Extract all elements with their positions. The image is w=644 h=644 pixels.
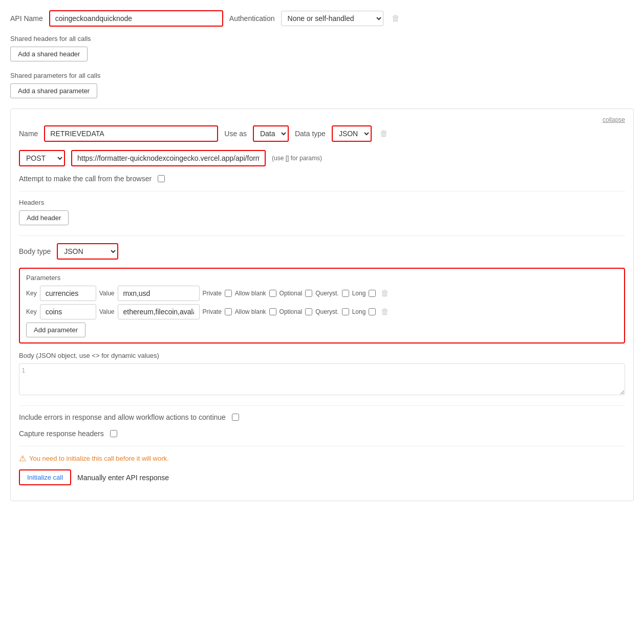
param1-querystring-checkbox[interactable] — [342, 290, 349, 297]
param2-long-label: Long — [352, 308, 366, 315]
param1-allow-blank-checkbox[interactable] — [269, 290, 276, 297]
body-label: Body (JSON object, use <> for dynamic va… — [19, 352, 625, 359]
param2-optional-checkbox[interactable] — [305, 308, 312, 315]
param1-private-label: Private — [203, 290, 222, 297]
method-select[interactable]: POST — [19, 150, 65, 166]
param2-querystring-checkbox[interactable] — [342, 308, 349, 315]
include-errors-row: Include errors in response and allow wor… — [19, 413, 625, 421]
body-type-label: Body type — [19, 247, 51, 255]
initialize-row: Initialize call Manually enter API respo… — [19, 469, 625, 485]
headers-label: Headers — [19, 199, 625, 206]
param2-value-label: Value — [99, 308, 115, 315]
param1-allow-blank-label: Allow blank — [235, 290, 266, 297]
param1-optional-label: Optional — [280, 290, 303, 297]
method-url-row: POST (use [] for params) — [19, 150, 625, 166]
shared-headers-title: Shared headers for all calls — [10, 35, 634, 42]
param2-allow-blank-checkbox[interactable] — [269, 308, 276, 315]
add-header-button[interactable]: Add header — [19, 210, 69, 225]
capture-headers-checkbox[interactable] — [110, 430, 117, 437]
capture-headers-label: Capture response headers — [19, 430, 104, 438]
add-shared-header-button[interactable]: Add a shared header — [10, 47, 88, 61]
api-name-row: API Name Authentication None or self-han… — [10, 10, 634, 27]
param2-key-input[interactable] — [40, 304, 96, 319]
shared-headers-section: Shared headers for all calls Add a share… — [10, 35, 634, 61]
param1-key-label: Key — [26, 290, 37, 297]
param1-delete-icon[interactable]: 🗑 — [381, 289, 389, 298]
data-type-label: Data type — [295, 130, 326, 138]
call-name-input[interactable] — [44, 125, 218, 142]
param1-long-checkbox[interactable] — [369, 290, 376, 297]
body-textarea[interactable] — [30, 364, 625, 395]
body-type-select[interactable]: JSON — [57, 243, 118, 260]
api-name-input[interactable] — [49, 10, 223, 27]
param1-long-label: Long — [352, 290, 366, 297]
add-parameter-button[interactable]: Add parameter — [26, 323, 85, 337]
browser-call-row: Attempt to make the call from the browse… — [19, 175, 625, 183]
line-numbers: 1 — [19, 364, 30, 395]
authentication-select[interactable]: None or self-handledBasic AuthAPI KeyOAu… — [281, 11, 383, 26]
capture-headers-row: Capture response headers — [19, 430, 625, 438]
param2-querystring-label: Queryst. — [315, 308, 338, 315]
param1-key-input[interactable] — [40, 286, 96, 301]
add-shared-param-button[interactable]: Add a shared parameter — [10, 83, 97, 98]
call-card: collapse Name Use as Data Data type JSON… — [10, 109, 634, 501]
param2-private-checkbox[interactable] — [225, 308, 232, 315]
browser-call-checkbox[interactable] — [158, 175, 165, 182]
body-type-row: Body type JSON — [19, 243, 625, 260]
param2-key-label: Key — [26, 308, 37, 315]
param2-value-input[interactable] — [118, 304, 200, 319]
param-row-2: Key Value Private Allow blank Optional Q… — [26, 304, 618, 319]
warning-text: You need to initialize this call before … — [29, 455, 169, 462]
body-textarea-wrapper: 1 — [19, 363, 625, 395]
param1-value-label: Value — [99, 290, 115, 297]
include-errors-checkbox[interactable] — [232, 414, 239, 421]
initialize-call-button[interactable]: Initialize call — [19, 469, 71, 485]
collapse-row: collapse — [19, 116, 625, 123]
use-as-select[interactable]: Data — [253, 125, 289, 142]
authentication-label: Authentication — [229, 14, 275, 23]
api-name-label: API Name — [10, 14, 43, 23]
param1-querystring-label: Queryst. — [315, 290, 338, 297]
use-as-label: Use as — [224, 130, 247, 138]
body-section: Body (JSON object, use <> for dynamic va… — [19, 352, 625, 395]
browser-call-label: Attempt to make the call from the browse… — [19, 175, 152, 183]
shared-params-title: Shared parameters for all calls — [10, 72, 634, 79]
param2-delete-icon[interactable]: 🗑 — [381, 307, 389, 316]
headers-section: Headers Add header — [19, 199, 625, 225]
url-input[interactable] — [71, 150, 266, 166]
name-label: Name — [19, 130, 38, 138]
param1-value-input[interactable] — [118, 286, 200, 301]
param2-allow-blank-label: Allow blank — [235, 308, 266, 315]
parameters-section: Parameters Key Value Private Allow blank… — [19, 268, 625, 344]
parameters-title: Parameters — [26, 274, 618, 282]
data-type-select[interactable]: JSON — [332, 125, 372, 142]
collapse-link[interactable]: collapse — [603, 116, 625, 123]
param2-private-label: Private — [203, 308, 222, 315]
param-row-1: Key Value Private Allow blank Optional Q… — [26, 286, 618, 301]
shared-params-section: Shared parameters for all calls Add a sh… — [10, 72, 634, 98]
param1-private-checkbox[interactable] — [225, 290, 232, 297]
auth-delete-icon[interactable]: 🗑 — [392, 14, 400, 23]
warning-row: ⚠ You need to initialize this call befor… — [19, 454, 625, 463]
param1-optional-checkbox[interactable] — [305, 290, 312, 297]
param2-long-checkbox[interactable] — [369, 308, 376, 315]
call-delete-icon[interactable]: 🗑 — [380, 129, 388, 138]
call-name-row: Name Use as Data Data type JSON 🗑 — [19, 125, 625, 142]
warning-icon: ⚠ — [19, 454, 26, 463]
param2-optional-label: Optional — [280, 308, 303, 315]
url-hint: (use [] for params) — [272, 155, 322, 162]
manually-enter-label: Manually enter API response — [77, 474, 169, 482]
include-errors-label: Include errors in response and allow wor… — [19, 413, 226, 421]
